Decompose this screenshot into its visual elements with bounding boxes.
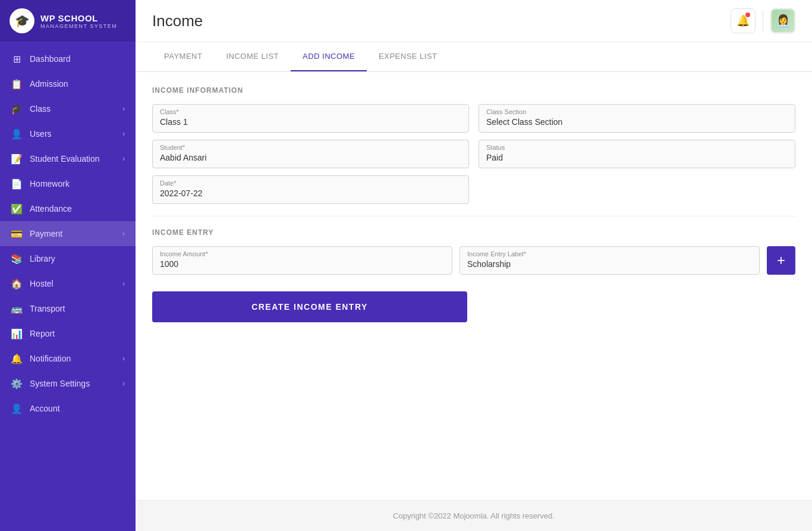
sidebar-label-attendance: Attendance	[30, 204, 72, 213]
nav-item-left-users: 👤 Users	[11, 128, 52, 140]
income-amount-label: Income Amount*	[160, 250, 445, 257]
sidebar-item-report[interactable]: 📊 Report	[0, 321, 136, 346]
student-evaluation-chevron-icon: ›	[122, 155, 125, 163]
footer-text: Copyright ©2022 Mojoomla. All rights res…	[393, 511, 555, 520]
footer: Copyright ©2022 Mojoomla. All rights res…	[136, 500, 812, 531]
sidebar-label-notification: Notification	[30, 354, 71, 363]
sidebar-item-notification[interactable]: 🔔 Notification ›	[0, 346, 136, 371]
system-settings-chevron-icon: ›	[122, 379, 125, 388]
app-name: WP SCHOOL	[40, 13, 117, 23]
notification-badge	[745, 12, 750, 17]
attendance-icon: ✅	[11, 203, 23, 215]
nav-item-left-system-settings: ⚙️ System Settings	[11, 378, 90, 389]
avatar-image: 👩‍💼	[772, 10, 794, 32]
student-label: Student*	[160, 144, 461, 151]
tab-income-list[interactable]: INCOME LIST	[214, 42, 291, 71]
sidebar-item-payment[interactable]: 💳 Payment ›	[0, 221, 136, 246]
income-information-title: INCOME INFORMATION	[152, 86, 795, 95]
header: Income 🔔 👩‍💼	[136, 0, 812, 42]
form-row-date: Date*	[152, 175, 795, 204]
income-entry-title: INCOME ENTRY	[152, 228, 795, 237]
tab-expense-list[interactable]: EXPENSE LIST	[367, 42, 449, 71]
tab-add-income[interactable]: ADD INCOME	[291, 42, 367, 71]
sidebar-logo: 🎓 WP SCHOOL MANAGEMENT SYSTEM	[0, 0, 136, 42]
status-label: Status	[486, 144, 788, 151]
admission-icon: 📋	[11, 78, 23, 90]
transport-icon: 🚌	[11, 303, 23, 315]
sidebar-label-system-settings: System Settings	[30, 379, 90, 388]
nav-item-left-transport: 🚌 Transport	[11, 303, 65, 315]
nav-item-left-student-evaluation: 📝 Student Evaluation	[11, 153, 100, 165]
nav-item-left-payment: 💳 Payment	[11, 228, 62, 240]
sidebar-item-attendance[interactable]: ✅ Attendance	[0, 196, 136, 221]
nav-item-left-admission: 📋 Admission	[11, 78, 68, 90]
income-entry-label-input[interactable]	[467, 259, 752, 269]
class-section-field[interactable]: Class Section	[479, 104, 795, 133]
class-chevron-icon: ›	[122, 105, 125, 113]
date-label: Date*	[160, 180, 461, 187]
date-input[interactable]	[160, 188, 461, 198]
income-entry-label-field[interactable]: Income Entry Label*	[459, 246, 760, 275]
account-icon: 👤	[11, 403, 23, 414]
users-icon: 👤	[11, 128, 23, 140]
main-content: Income 🔔 👩‍💼 PAYMENT INCOME LIST ADD INC…	[136, 0, 812, 531]
class-field[interactable]: Class*	[152, 104, 469, 133]
nav-item-left-attendance: ✅ Attendance	[11, 203, 72, 215]
sidebar-item-library[interactable]: 📚 Library	[0, 246, 136, 271]
class-input[interactable]	[160, 117, 461, 127]
nav-item-left-dashboard: ⊞ Dashboard	[11, 53, 71, 65]
income-entry-label-label: Income Entry Label*	[467, 250, 752, 257]
library-icon: 📚	[11, 253, 23, 265]
status-field[interactable]: Status	[479, 140, 795, 168]
sidebar-item-class[interactable]: 🎓 Class ›	[0, 96, 136, 121]
payment-chevron-icon: ›	[122, 230, 125, 238]
tab-payment[interactable]: PAYMENT	[152, 42, 214, 71]
student-input[interactable]	[160, 153, 461, 162]
sidebar-item-transport[interactable]: 🚌 Transport	[0, 296, 136, 321]
sidebar-label-admission: Admission	[30, 79, 68, 89]
logo-text: WP SCHOOL MANAGEMENT SYSTEM	[40, 13, 117, 29]
notification-button[interactable]: 🔔	[731, 8, 756, 33]
hostel-chevron-icon: ›	[122, 279, 125, 288]
hostel-icon: 🏠	[11, 278, 23, 290]
sidebar-label-class: Class	[30, 104, 51, 114]
sidebar-item-student-evaluation[interactable]: 📝 Student Evaluation ›	[0, 146, 136, 171]
payment-icon: 💳	[11, 228, 23, 240]
homework-icon: 📄	[11, 178, 23, 190]
section-separator	[152, 216, 795, 216]
class-section-label: Class Section	[486, 108, 788, 115]
sidebar-label-report: Report	[30, 329, 55, 338]
logo-icon: 🎓	[10, 8, 34, 33]
sidebar-label-account: Account	[30, 404, 60, 413]
sidebar-label-hostel: Hostel	[30, 279, 53, 288]
page-title: Income	[152, 12, 203, 30]
sidebar-item-account[interactable]: 👤 Account	[0, 396, 136, 421]
income-amount-field[interactable]: Income Amount*	[152, 246, 452, 275]
sidebar-item-users[interactable]: 👤 Users ›	[0, 121, 136, 146]
create-income-entry-button[interactable]: CREATE INCOME ENTRY	[152, 291, 467, 322]
income-amount-input[interactable]	[160, 259, 445, 269]
student-field[interactable]: Student*	[152, 140, 469, 168]
sidebar-label-homework: Homework	[30, 179, 70, 188]
app-subtitle: MANAGEMENT SYSTEM	[40, 23, 117, 29]
sidebar-item-homework[interactable]: 📄 Homework	[0, 171, 136, 196]
student-evaluation-icon: 📝	[11, 153, 23, 165]
sidebar-item-hostel[interactable]: 🏠 Hostel ›	[0, 271, 136, 296]
form-row-student: Student* Status	[152, 140, 795, 168]
sidebar-item-admission[interactable]: 📋 Admission	[0, 71, 136, 96]
notification-icon: 🔔	[11, 353, 23, 365]
income-entry-row: Income Amount* Income Entry Label* +	[152, 246, 795, 275]
nav-item-left-account: 👤 Account	[11, 403, 60, 414]
form-row-class: Class* Class Section	[152, 104, 795, 133]
date-field[interactable]: Date*	[152, 175, 469, 204]
sidebar-label-library: Library	[30, 254, 55, 263]
add-entry-button[interactable]: +	[767, 246, 795, 275]
sidebar-label-student-evaluation: Student Evaluation	[30, 154, 100, 164]
system-settings-icon: ⚙️	[11, 378, 23, 389]
user-avatar-button[interactable]: 👩‍💼	[770, 8, 795, 33]
status-input[interactable]	[486, 153, 788, 162]
class-section-input[interactable]	[486, 117, 788, 127]
sidebar-item-dashboard[interactable]: ⊞ Dashboard	[0, 46, 136, 71]
sidebar-item-system-settings[interactable]: ⚙️ System Settings ›	[0, 371, 136, 396]
notification-chevron-icon: ›	[122, 354, 125, 363]
